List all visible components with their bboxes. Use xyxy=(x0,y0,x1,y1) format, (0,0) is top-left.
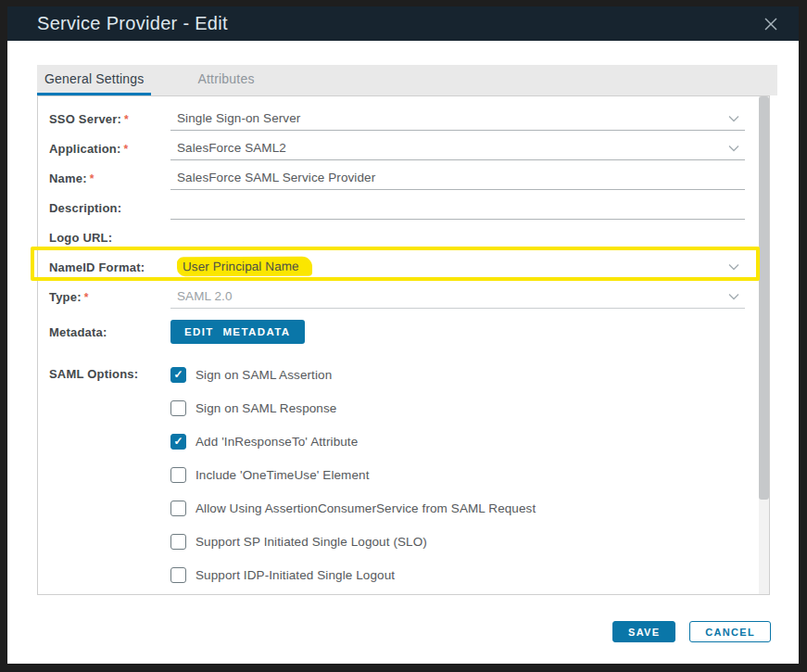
saml-option-label: Support SP Initiated Single Logout (SLO) xyxy=(195,535,427,549)
saml-option-row[interactable]: ✓ Support SP Initiated Single Logout (SL… xyxy=(170,525,745,558)
saml-option-label: Sign on SAML Response xyxy=(195,401,336,415)
saml-option-label: Support IDP-Initiated Single Logout xyxy=(195,568,395,582)
tab-general-settings[interactable]: General Settings xyxy=(37,65,151,95)
scrollbar-thumb[interactable] xyxy=(759,96,769,500)
saml-option-label: Include 'OneTimeUse' Element xyxy=(195,468,370,482)
field-value: User Principal Name xyxy=(177,257,312,277)
close-icon[interactable] xyxy=(763,17,778,32)
field-value xyxy=(177,200,181,214)
field-input[interactable] xyxy=(170,225,745,249)
save-button[interactable]: SAVE xyxy=(612,621,675,642)
required-asterisk: * xyxy=(90,172,95,185)
form-field-row: SSO Server:* Single Sign-on Server xyxy=(38,104,769,133)
form-field-row: Description:* xyxy=(38,193,769,222)
field-label: SSO Server:* xyxy=(49,112,170,126)
required-asterisk: * xyxy=(124,113,129,126)
saml-option-list: ✓ Sign on SAML Assertion ✓ Sign on SAML … xyxy=(170,358,745,595)
cancel-button[interactable]: CANCEL xyxy=(689,621,771,642)
metadata-label: Metadata: xyxy=(49,325,170,339)
saml-option-row[interactable]: ✓ Support IDP Initiated H xyxy=(170,591,745,595)
saml-option-row[interactable]: ✓ Sign on SAML Response xyxy=(170,391,745,425)
tab-general-settings-label: General Settings xyxy=(44,71,144,86)
metadata-row: Metadata: EDIT METADATA xyxy=(38,311,769,352)
checkbox-icon[interactable]: ✓ xyxy=(170,367,186,383)
scrollbar-track[interactable] xyxy=(759,96,769,594)
chevron-down-icon[interactable] xyxy=(728,263,739,271)
checkbox-icon[interactable]: ✓ xyxy=(170,400,186,416)
saml-option-row[interactable]: ✓ Allow Using AssertionConsumerService f… xyxy=(170,491,745,525)
form-field-row: Type:* SAML 2.0 xyxy=(38,282,769,311)
form-field-row: Logo URL:* xyxy=(38,222,769,252)
field-input[interactable]: SAML 2.0 xyxy=(170,285,745,309)
checkbox-icon[interactable]: ✓ xyxy=(170,567,186,583)
service-provider-edit-dialog: Service Provider - Edit General Settings… xyxy=(7,6,799,664)
general-settings-form: SSO Server:* Single Sign-on Server Appli… xyxy=(37,95,770,595)
field-input[interactable]: SalesForce SAML Service Provider xyxy=(170,166,745,190)
saml-options-section: SAML Options: ✓ Sign on SAML Assertion ✓… xyxy=(38,352,769,595)
field-value: Single Sign-on Server xyxy=(177,111,300,125)
form-field-row: Application:* SalesForce SAML2 xyxy=(38,133,769,163)
field-value: SalesForce SAML Service Provider xyxy=(177,171,375,184)
field-label: Logo URL:* xyxy=(49,231,170,245)
checkbox-icon[interactable]: ✓ xyxy=(170,534,186,550)
required-asterisk: * xyxy=(124,143,129,156)
field-input[interactable] xyxy=(170,196,745,220)
checkbox-icon[interactable]: ✓ xyxy=(170,434,186,450)
dialog-footer: SAVE CANCEL xyxy=(612,621,771,642)
field-value: SAML 2.0 xyxy=(177,289,233,303)
checkbox-icon[interactable]: ✓ xyxy=(170,501,186,516)
field-label: Description:* xyxy=(49,201,170,215)
field-value: SalesForce SAML2 xyxy=(177,141,286,155)
form-field-row: NameID Format:* User Principal Name xyxy=(38,252,769,282)
checkbox-icon[interactable]: ✓ xyxy=(170,467,186,483)
saml-options-label: SAML Options: xyxy=(49,358,170,381)
field-label: Name:* xyxy=(49,171,170,185)
chevron-down-icon[interactable] xyxy=(728,293,739,300)
dialog-title: Service Provider - Edit xyxy=(37,13,763,34)
dialog-header: Service Provider - Edit xyxy=(7,6,799,41)
saml-option-row[interactable]: ✓ Add 'InResponseTo' Attribute xyxy=(170,425,745,458)
field-label: Application:* xyxy=(49,142,170,156)
tab-attributes[interactable]: Attributes xyxy=(190,65,261,95)
edit-metadata-button[interactable]: EDIT METADATA xyxy=(170,320,305,344)
field-label: Type:* xyxy=(49,290,170,304)
field-rows: SSO Server:* Single Sign-on Server Appli… xyxy=(38,104,769,311)
field-label: NameID Format:* xyxy=(49,260,170,274)
saml-option-label: Allow Using AssertionConsumerService fro… xyxy=(195,501,536,515)
saml-option-label: Add 'InResponseTo' Attribute xyxy=(195,435,358,449)
field-input[interactable]: Single Sign-on Server xyxy=(170,107,745,131)
chevron-down-icon[interactable] xyxy=(728,145,739,152)
required-asterisk: * xyxy=(84,291,89,304)
saml-option-row[interactable]: ✓ Include 'OneTimeUse' Element xyxy=(170,458,745,491)
tab-bar: General Settings Attributes xyxy=(37,65,777,95)
form-field-row: Name:* SalesForce SAML Service Provider xyxy=(38,163,769,193)
tab-attributes-label: Attributes xyxy=(197,71,254,86)
chevron-down-icon[interactable] xyxy=(728,115,739,122)
saml-option-row[interactable]: ✓ Support IDP-Initiated Single Logout xyxy=(170,558,745,591)
field-input[interactable]: SalesForce SAML2 xyxy=(170,136,745,160)
saml-option-label: Sign on SAML Assertion xyxy=(195,368,332,382)
field-input[interactable]: User Principal Name xyxy=(170,255,745,279)
field-value xyxy=(177,230,181,244)
saml-option-row[interactable]: ✓ Sign on SAML Assertion xyxy=(170,358,745,391)
